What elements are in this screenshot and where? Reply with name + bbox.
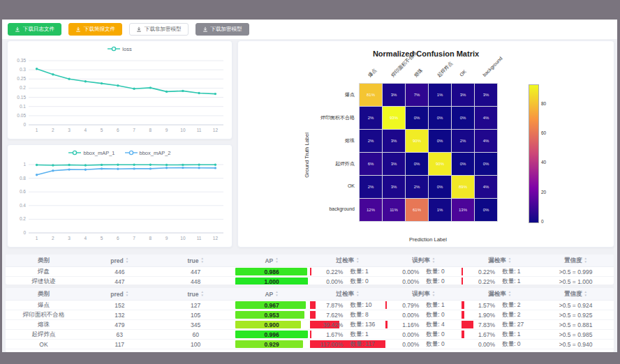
- matrix-cell: 0%: [429, 107, 451, 129]
- matrix-cell: 13%: [452, 199, 474, 221]
- matrix-cell: 0%: [452, 153, 474, 175]
- sort-icon: ▲▼: [275, 257, 278, 263]
- miss-percent: 0.22%: [462, 278, 495, 285]
- svg-text:0.4: 0.4: [20, 203, 26, 208]
- miss-count: 数量: 1: [502, 268, 538, 276]
- ap-cell: 0.900: [234, 320, 310, 329]
- svg-text:0.25: 0.25: [17, 76, 26, 81]
- confidence-cell: >0.5 = 0.985: [538, 330, 614, 339]
- colorbar-tick: 80: [541, 101, 546, 106]
- misjudge-count: 数量: 0: [426, 268, 462, 276]
- column-header-4[interactable]: 过检率▲▼: [310, 255, 386, 266]
- svg-text:0.2: 0.2: [20, 216, 26, 221]
- pred-cell: 132: [82, 310, 158, 319]
- matrix-cell: 3%: [383, 153, 405, 175]
- svg-text:8: 8: [149, 128, 152, 132]
- column-header-1[interactable]: pred▲▼: [82, 288, 158, 300]
- miss-percent: 0.00%: [462, 341, 495, 348]
- column-header-2[interactable]: true▲▼: [158, 288, 234, 300]
- column-header-3[interactable]: AP▲▼: [234, 288, 310, 300]
- matrix-cell: 11%: [383, 199, 405, 221]
- miss-percent: 1.67%: [462, 331, 495, 338]
- column-header-5[interactable]: 误判率▲▼: [385, 255, 462, 266]
- download-plain-model-button[interactable]: 下载非加密模型: [129, 23, 189, 36]
- toolbar-button-label: 下载加密模型: [211, 26, 242, 32]
- column-header-label: 类别: [38, 290, 50, 298]
- ap-value: 0.996: [234, 331, 310, 338]
- matrix-cell: 2%: [360, 130, 382, 152]
- download-log-button[interactable]: 下载日志文件: [8, 23, 61, 36]
- matrix-row-label: OK: [264, 183, 355, 188]
- misjudge-cell: 0.00%数量: 0: [385, 310, 462, 319]
- misjudge-cell: 0.00%数量: 0: [385, 277, 462, 285]
- matrix-cell: 4%: [475, 107, 497, 129]
- overdetect-cell: 117.00%数量: 117: [310, 340, 386, 349]
- matrix-cell: 89%: [452, 176, 474, 198]
- colorbar-tick: 0: [541, 219, 544, 224]
- svg-text:0.05: 0.05: [17, 113, 26, 118]
- column-header-3[interactable]: AP▲▼: [234, 255, 310, 266]
- column-header-label: 过检率: [336, 257, 354, 265]
- dashboard: 下载日志文件下载简报文件下载非加密模型下载加密模型 loss00.050.10.…: [2, 20, 617, 352]
- chart-plot: 00.20.40.60.81123456789101112: [8, 160, 232, 247]
- svg-text:0.1: 0.1: [20, 104, 26, 109]
- legend-item-bbox_mAP_2[interactable]: bbox_mAP_2: [125, 150, 171, 156]
- confidence-cell: >0.5 = 0.924: [538, 301, 614, 310]
- column-header-label: true: [187, 257, 198, 264]
- download-icon: [75, 26, 81, 32]
- miss-cell: 7.83%数量: 27: [462, 320, 538, 329]
- column-header-6[interactable]: 漏检率▲▼: [462, 288, 538, 300]
- sort-icon: ▲▼: [584, 257, 587, 263]
- legend-label: bbox_mAP_1: [83, 150, 115, 156]
- matrix-cell: 3%: [452, 84, 474, 106]
- legend-item-loss[interactable]: loss: [108, 46, 131, 52]
- table-header-row: 类别pred▲▼true▲▼AP▲▼过检率▲▼误判率▲▼漏检率▲▼置信度▲▼: [6, 255, 614, 267]
- svg-text:3: 3: [68, 236, 71, 241]
- matrix-column-label: OK: [459, 69, 468, 79]
- colorbar-tick: 20: [541, 190, 546, 195]
- toolbar-button-label: 下载简报文件: [84, 26, 115, 32]
- column-header-4[interactable]: 过检率▲▼: [310, 288, 386, 300]
- column-header-6[interactable]: 漏检率▲▼: [462, 255, 538, 266]
- sort-icon: ▲▼: [275, 291, 278, 296]
- overdetect-count: 数量: 8: [350, 311, 385, 319]
- ap-cell: 0.953: [234, 310, 310, 319]
- chart-legend: bbox_mAP_1bbox_mAP_2: [8, 145, 232, 160]
- svg-text:8: 8: [149, 236, 152, 241]
- download-icon: [136, 26, 142, 32]
- confusion-matrix-card: Normalized Confusion Matrix 81%3%7%1%3%3…: [237, 40, 614, 248]
- svg-text:4: 4: [84, 236, 87, 241]
- column-header-7[interactable]: 置信度▲▼: [538, 288, 614, 300]
- svg-text:5: 5: [101, 236, 103, 241]
- svg-text:4: 4: [84, 128, 87, 132]
- matrix-cell: 0%: [475, 153, 497, 175]
- confidence-cell: >0.5 = 0.999: [538, 267, 614, 276]
- category-cell: 焊缝轨迹: [6, 277, 82, 285]
- overdetect-count: 数量: 136: [350, 321, 385, 329]
- category-cell: 焊印面积不合格: [6, 310, 82, 319]
- download-encrypted-model-button[interactable]: 下载加密模型: [195, 23, 249, 36]
- matrix-column-label: 熔珠: [413, 67, 425, 79]
- matrix-cell: 90%: [429, 153, 451, 175]
- ap-value: 0.967: [234, 302, 310, 309]
- table-row: OK1171000.929117.00%数量: 1170.00%数量: 00.0…: [6, 340, 614, 349]
- misjudge-cell: 1.16%数量: 4: [385, 320, 462, 329]
- miss-count: 数量: 1: [502, 278, 538, 285]
- column-header-label: 过检率: [336, 290, 354, 298]
- column-header-1[interactable]: pred▲▼: [82, 255, 158, 266]
- misjudge-percent: 0.00%: [385, 278, 419, 285]
- column-header-2[interactable]: true▲▼: [158, 255, 234, 266]
- download-report-button[interactable]: 下载简报文件: [68, 23, 122, 36]
- overdetect-percent: 1.67%: [310, 331, 344, 338]
- miss-percent: 1.57%: [462, 302, 495, 309]
- true-cell: 448: [158, 277, 234, 285]
- chart-legend: loss: [8, 41, 232, 56]
- matrix-cell: 7%: [406, 84, 428, 106]
- column-header-7[interactable]: 置信度▲▼: [538, 255, 614, 266]
- category-cell: 起焊炸点: [6, 330, 82, 339]
- matrix-cell: 4%: [475, 130, 497, 152]
- colorbar-tick: 60: [541, 130, 546, 135]
- column-header-5[interactable]: 误判率▲▼: [385, 288, 462, 300]
- legend-item-bbox_mAP_1[interactable]: bbox_mAP_1: [68, 150, 115, 156]
- column-header-label: true: [187, 291, 198, 298]
